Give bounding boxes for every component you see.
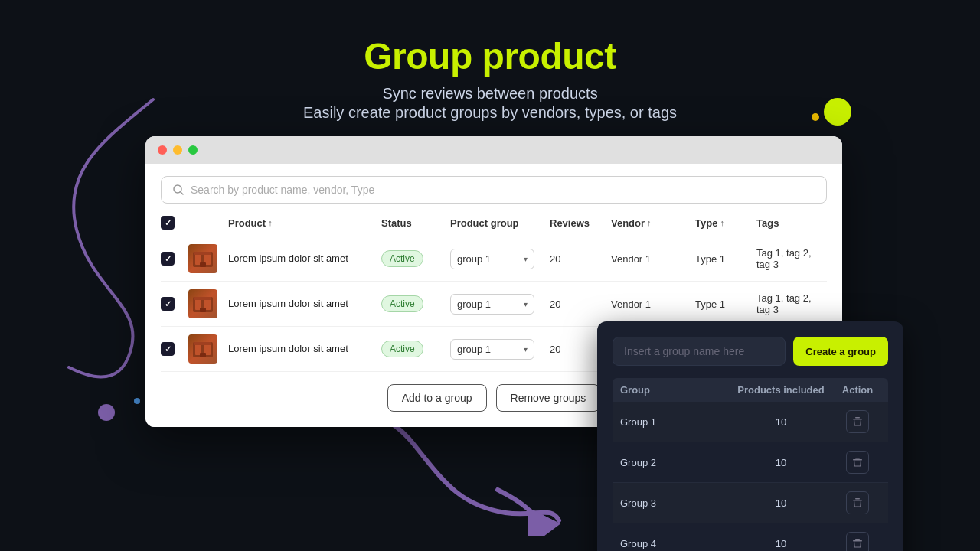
th-status: Status xyxy=(381,217,450,229)
group1-action xyxy=(835,410,880,433)
search-placeholder: Search by product name, vendor, Type xyxy=(191,184,374,196)
row2-product-name: Lorem ipsum dolor sit amet xyxy=(228,297,381,311)
row3-group[interactable]: group 1 ▾ xyxy=(450,339,550,360)
svg-line-1 xyxy=(181,192,184,195)
row2-reviews: 20 xyxy=(550,298,611,310)
group-table-header: Group Products included Action xyxy=(612,378,888,402)
gth-products: Products included xyxy=(727,384,835,396)
group3-name: Group 3 xyxy=(620,497,727,509)
traffic-light-red[interactable] xyxy=(158,145,167,155)
purple-circle-decor xyxy=(98,404,115,421)
svg-rect-20 xyxy=(855,458,860,459)
svg-rect-18 xyxy=(855,417,860,419)
traffic-light-green[interactable] xyxy=(188,145,198,155)
table-header: Product ↑ Status Product group Reviews V… xyxy=(161,216,827,236)
svg-rect-21 xyxy=(853,500,862,501)
page-header: Group product Sync reviews between produ… xyxy=(0,0,980,122)
row2-status: Active xyxy=(381,295,450,312)
search-bar[interactable]: Search by product name, vendor, Type xyxy=(161,176,827,204)
group2-action xyxy=(835,451,880,474)
row2-vendor: Vendor 1 xyxy=(611,298,695,310)
row1-type: Type 1 xyxy=(695,253,756,265)
th-checkbox xyxy=(161,216,188,230)
table-row: Lorem ipsum dolor sit amet Active group … xyxy=(161,282,827,327)
row2-type: Type 1 xyxy=(695,298,756,310)
group4-action xyxy=(835,532,880,551)
row2-tags: Tag 1, tag 2, tag 3 xyxy=(756,292,827,315)
group-row: Group 2 10 xyxy=(612,442,888,483)
th-product: Product ↑ xyxy=(228,217,381,229)
row1-image xyxy=(188,244,228,273)
svg-rect-19 xyxy=(853,459,862,461)
group3-products: 10 xyxy=(727,497,835,509)
row1-checkbox[interactable] xyxy=(161,252,188,266)
group-panel-header: Create a group xyxy=(612,337,888,366)
th-type: Type ↑ xyxy=(695,217,756,229)
group2-name: Group 2 xyxy=(620,457,727,468)
group4-delete-button[interactable] xyxy=(846,532,869,551)
browser-titlebar xyxy=(145,136,842,164)
remove-groups-button[interactable]: Remove groups xyxy=(496,384,601,412)
row1-status: Active xyxy=(381,250,450,267)
svg-rect-10 xyxy=(194,297,211,300)
svg-rect-24 xyxy=(855,539,860,540)
table-row: Lorem ipsum dolor sit amet Active group … xyxy=(161,236,827,282)
gth-group: Group xyxy=(620,384,727,396)
group3-action xyxy=(835,491,880,514)
group-row: Group 4 10 xyxy=(612,523,888,551)
group4-products: 10 xyxy=(727,538,835,549)
group2-delete-button[interactable] xyxy=(846,451,869,474)
subtitle-2: Easily create product groups by vendors,… xyxy=(0,104,980,122)
row2-group[interactable]: group 1 ▾ xyxy=(450,294,550,315)
svg-rect-5 xyxy=(194,252,211,255)
subtitle-1: Sync reviews between products xyxy=(0,85,980,103)
svg-rect-16 xyxy=(200,353,206,357)
group-row: Group 3 10 xyxy=(612,483,888,523)
row3-image xyxy=(188,334,228,364)
row1-reviews: 20 xyxy=(550,253,611,265)
search-icon xyxy=(172,184,185,196)
svg-rect-17 xyxy=(853,419,862,420)
svg-rect-11 xyxy=(200,308,206,312)
group-table-body: Group 1 10 Group 2 10 xyxy=(612,402,888,551)
create-group-button[interactable]: Create a group xyxy=(793,337,888,366)
group-panel: Create a group Group Products included A… xyxy=(597,321,903,551)
group4-name: Group 4 xyxy=(620,538,727,549)
row1-product-name: Lorem ipsum dolor sit amet xyxy=(228,252,381,266)
group1-name: Group 1 xyxy=(620,416,727,428)
gth-action: Action xyxy=(835,384,880,396)
select-all-checkbox[interactable] xyxy=(161,216,175,230)
group1-products: 10 xyxy=(727,416,835,428)
group-row: Group 1 10 xyxy=(612,402,888,442)
row1-tags: Tag 1, tag 2, tag 3 xyxy=(756,247,827,270)
th-tags: Tags xyxy=(756,217,827,229)
group1-delete-button[interactable] xyxy=(846,410,869,433)
blue-dot-decor xyxy=(134,398,140,404)
svg-rect-22 xyxy=(855,498,860,500)
row2-image xyxy=(188,289,228,318)
th-reviews: Reviews xyxy=(550,217,611,229)
group-name-input[interactable] xyxy=(612,337,786,366)
row1-group[interactable]: group 1 ▾ xyxy=(450,249,550,269)
row3-checkbox[interactable] xyxy=(161,342,188,356)
th-group: Product group xyxy=(450,217,550,229)
add-to-group-button[interactable]: Add to a group xyxy=(387,384,487,412)
page-title: Group product xyxy=(0,37,980,77)
group3-delete-button[interactable] xyxy=(846,491,869,514)
row3-product-name: Lorem ipsum dolor sit amet xyxy=(228,342,381,356)
row3-status: Active xyxy=(381,341,450,357)
row2-checkbox[interactable] xyxy=(161,297,188,311)
th-vendor: Vendor ↑ xyxy=(611,217,695,229)
svg-rect-23 xyxy=(853,540,862,542)
traffic-light-yellow[interactable] xyxy=(173,145,182,155)
svg-rect-15 xyxy=(194,342,211,345)
row1-vendor: Vendor 1 xyxy=(611,253,695,265)
group2-products: 10 xyxy=(727,457,835,468)
svg-rect-6 xyxy=(200,262,206,267)
